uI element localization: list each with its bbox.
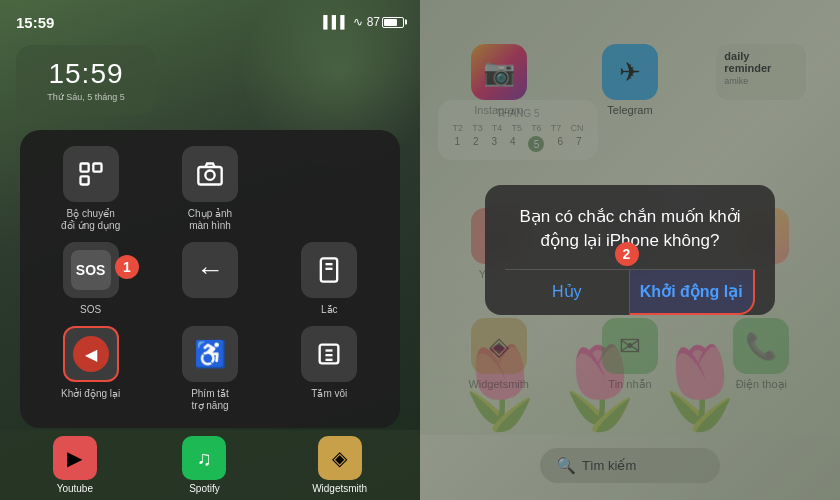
phim-tat-label: Phím tắttrợ năng: [191, 388, 229, 412]
svg-rect-1: [93, 164, 101, 172]
signal-icon: ▌▌▌: [323, 15, 349, 29]
battery-indicator: 87: [367, 15, 404, 29]
svg-point-4: [205, 171, 214, 180]
youtube-dock-icon: ▶: [53, 436, 97, 480]
restart-icon: ◀: [63, 326, 119, 382]
sos-text: SOS: [71, 250, 111, 290]
assistive-item-khoi-dong-lai[interactable]: ◀ Khởi động lại: [36, 326, 145, 412]
arrow-icon: ←: [182, 242, 238, 298]
lac-label: Lắc: [321, 304, 338, 316]
svg-rect-2: [80, 176, 88, 184]
sos-label: SOS: [80, 304, 101, 316]
spotify-dock-label: Spotify: [189, 483, 220, 494]
status-icons: ▌▌▌ ∿ 87: [323, 15, 404, 29]
assistive-item-lac[interactable]: Lắc: [275, 242, 384, 316]
bo-chuyen-label: Bộ chuyểnđổi ứng dụng: [61, 208, 120, 232]
bo-chuyen-icon: [63, 146, 119, 202]
phim-tat-icon: ♿: [182, 326, 238, 382]
dock-item-spotify[interactable]: ♫ Spotify: [182, 436, 226, 494]
wifi-icon: ∿: [353, 15, 363, 29]
dialog-buttons: Hủy 2 Khởi động lại: [505, 269, 755, 315]
step2-badge: 2: [615, 242, 639, 266]
red-circle: ◀: [73, 336, 109, 372]
assistive-item-tam-voi[interactable]: Tắm vôi: [275, 326, 384, 412]
assistive-grid: Bộ chuyểnđổi ứng dụng Chụp ảnhmàn hình S…: [36, 146, 384, 412]
dock-item-youtube[interactable]: ▶ Youtube: [53, 436, 97, 494]
assistive-item-bo-chuyen-doi[interactable]: Bộ chuyểnđổi ứng dụng: [36, 146, 145, 232]
sos-icon: SOS: [63, 242, 119, 298]
svg-rect-0: [80, 164, 88, 172]
dock-item-widgetsmith[interactable]: ◈ Widgetsmith: [312, 436, 367, 494]
widgetsmith-dock-label: Widgetsmith: [312, 483, 367, 494]
step1-badge: 1: [115, 255, 139, 279]
restart-label: Khởi động lại: [61, 388, 120, 400]
battery-icon: [382, 17, 404, 28]
assistive-item-arrow[interactable]: ←: [155, 242, 264, 316]
chup-anh-icon: [182, 146, 238, 202]
assistive-item-phim-tat[interactable]: ♿ Phím tắttrợ năng: [155, 326, 264, 412]
battery-level: 87: [367, 15, 380, 29]
tam-voi-icon: [301, 326, 357, 382]
battery-fill: [384, 19, 397, 26]
restart-dialog: Bạn có chắc chắn muốn khởi động lại iPho…: [485, 185, 775, 315]
right-panel: 🌷🌷🌷 📷 Instagram ✈ Telegram daily reminde…: [420, 0, 840, 500]
arrow-symbol: ←: [196, 254, 224, 286]
clock-display: 15:59: [48, 58, 123, 90]
spotify-dock-icon: ♫: [182, 436, 226, 480]
status-bar-left: 15:59 ▌▌▌ ∿ 87: [0, 0, 420, 36]
assistive-item-chup-anh[interactable]: Chụp ảnhmàn hình: [155, 146, 264, 232]
assistive-item-sos[interactable]: SOS SOS: [36, 242, 145, 316]
widgetsmith-dock-icon: ◈: [318, 436, 362, 480]
assistive-touch-panel[interactable]: Bộ chuyểnđổi ứng dụng Chụp ảnhmàn hình S…: [20, 130, 400, 428]
confirm-restart-label: Khởi động lại: [640, 283, 743, 300]
left-panel: 15:59 ▌▌▌ ∿ 87 15:59 Thứ Sáu, 5 tháng 5: [0, 0, 420, 500]
clock-subtitle: Thứ Sáu, 5 tháng 5: [47, 92, 125, 102]
cancel-button[interactable]: Hủy: [505, 270, 630, 315]
lac-icon: [301, 242, 357, 298]
bottom-dock-left: ▶ Youtube ♫ Spotify ◈ Widgetsmith: [0, 430, 420, 500]
confirm-restart-button[interactable]: 2 Khởi động lại: [630, 270, 756, 315]
youtube-dock-label: Youtube: [57, 483, 93, 494]
tam-voi-label: Tắm vôi: [311, 388, 347, 400]
status-time: 15:59: [16, 14, 54, 31]
dialog-overlay: Bạn có chắc chắn muốn khởi động lại iPho…: [420, 0, 840, 500]
chup-anh-label: Chụp ảnhmàn hình: [188, 208, 232, 232]
clock-widget: 15:59 Thứ Sáu, 5 tháng 5: [16, 45, 156, 115]
